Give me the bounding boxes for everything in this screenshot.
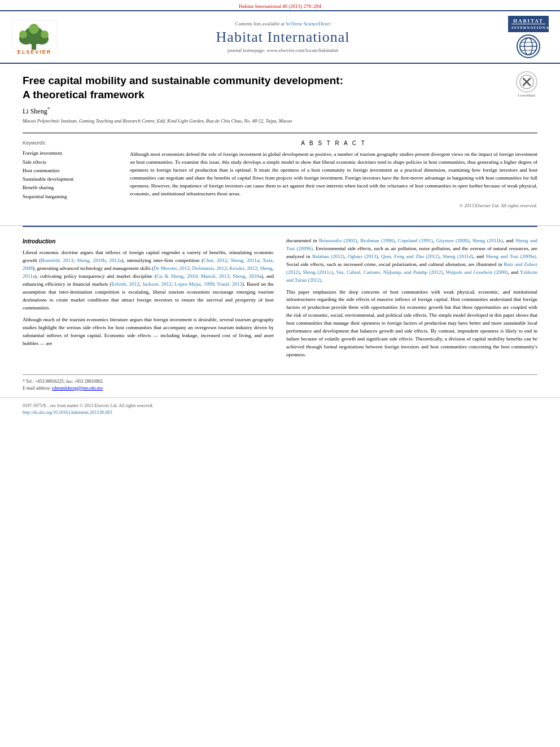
ref-jackson[interactable]: Jackson, 2012 <box>142 281 172 287</box>
sciverse-link[interactable]: SciVerse ScienceDirect <box>286 21 331 27</box>
journal-title: Habitat International <box>60 29 506 46</box>
footnote-tel: * Tel.: +853 88936225; fax: +853 2881080… <box>23 378 537 385</box>
keywords-title: Keywords: <box>23 140 119 146</box>
copyright-line: © 2013 Elsevier Ltd. All rights reserved… <box>130 203 537 208</box>
ref-copeland[interactable]: Copeland (1991) <box>398 238 433 243</box>
sciverse-line: Contents lists available at SciVerse Sci… <box>60 21 506 27</box>
keyword-item: Sequential bargaining <box>23 193 119 201</box>
ref-qian[interactable]: Qian, Feng and Zhu (2012) <box>381 254 439 259</box>
ref-manoli[interactable]: Manoli, 2013 <box>201 273 229 279</box>
journal-reference: Habitat International 40 (2013) 278–284 <box>239 3 321 9</box>
footer-doi: http://dx.doi.org/10.1016/j.habitatint.2… <box>23 409 154 416</box>
footnote-email: E-mail address: edmundsheng@ipm.edu.mo <box>23 385 537 392</box>
ref-vrastl[interactable]: Vrastl, 2013 <box>217 281 242 287</box>
habitat-text: HABITAT <box>511 18 545 24</box>
ref-erforth[interactable]: Erforth, 2012 <box>111 281 139 287</box>
right-para-1: documented in Briassoulis (2002), Brohma… <box>286 237 537 285</box>
abstract-section: Keywords: Foreign investment Side effect… <box>23 133 537 208</box>
body-right-column: documented in Briassoulis (2002), Brohma… <box>286 237 537 363</box>
doi-link[interactable]: http://dx.doi.org/10.1016/j.habitatint.2… <box>23 410 112 415</box>
ref-brohman[interactable]: Brohman (1996) <box>360 238 395 243</box>
footer-issn: 0197-3975/$ – see front matter © 2013 El… <box>23 403 154 409</box>
habitat-logo: HABITAT INTERNATIONAL <box>506 16 551 58</box>
ref-delimatsis[interactable]: Delimatsis, 2012 <box>193 265 227 271</box>
right-para-2: This paper emphasizes the deep concerns … <box>286 289 537 359</box>
elsevier-logo: ELSEVIER <box>9 18 60 57</box>
svg-point-5 <box>19 30 27 38</box>
body-container: Introduction Liberal economic doctrine a… <box>0 227 560 374</box>
footer-info: 0197-3975/$ – see front matter © 2013 El… <box>23 403 154 416</box>
intro-para-1: Liberal economic doctrine argues that in… <box>23 249 274 312</box>
ref-sheng-2012a[interactable]: 2012a <box>109 257 121 263</box>
ref-walpole[interactable]: Walpole and Goodwin (2000) <box>446 269 508 275</box>
ref-ogbazi[interactable]: Ogbazi (2013) <box>348 254 378 259</box>
keywords-list: Foreign investment Side effects Host com… <box>23 149 119 201</box>
article-title: Free capital mobility and sustainable co… <box>23 74 537 102</box>
introduction-heading: Introduction <box>23 237 274 246</box>
ref-sheng-2010b[interactable]: Sheng, 2010b <box>77 257 106 263</box>
keyword-item: Sustainable development <box>23 175 119 184</box>
ref-vaz[interactable]: Vaz, Cabral, Caetano, Nijkamp, and Painh… <box>336 269 443 275</box>
affiliation: Macao Polytechnic Institute, Gaming Teac… <box>23 118 537 125</box>
keywords-column: Keywords: Foreign investment Side effect… <box>23 140 119 208</box>
ref-balaban[interactable]: Balaban (2012) <box>312 254 344 259</box>
svg-point-7 <box>29 24 39 34</box>
ref-sheng2010a[interactable]: Sheng, 2010a <box>233 273 261 279</box>
journal-center-header: Contents lists available at SciVerse Sci… <box>60 21 506 53</box>
ref-sheng2011b[interactable]: Sheng (2011b) <box>473 238 503 243</box>
ref-gu-sheng[interactable]: Gu & Sheng, 2010 <box>156 273 197 279</box>
svg-point-6 <box>41 30 49 38</box>
ref-briassoulis[interactable]: Briassoulis (2002) <box>319 238 357 243</box>
journal-header: ELSEVIER Contents lists available at Sci… <box>0 11 560 64</box>
abstract-title: A B S T R A C T <box>130 140 537 146</box>
abstract-column: A B S T R A C T Although most economists… <box>130 140 537 208</box>
abstract-text: Although most economists defend the role… <box>130 151 537 198</box>
crossmark-label: CrossMark <box>516 93 537 98</box>
ref-sheng-tsui-2009a[interactable]: Sheng and Tsui (2009a) <box>486 254 536 259</box>
ref-goymen[interactable]: Göymen (2000) <box>436 238 469 243</box>
keyword-item: Host communities <box>23 167 119 175</box>
journal-reference-bar: Habitat International 40 (2013) 278–284 <box>0 0 560 11</box>
crossmark-badge[interactable]: CrossMark <box>516 71 537 98</box>
ref-demeester[interactable]: De Meester, 2012 <box>154 265 190 271</box>
footer-bar: 0197-3975/$ – see front matter © 2013 El… <box>0 397 560 420</box>
article-container: CrossMark Free capital mobility and sust… <box>0 64 560 226</box>
keyword-item: Benefit sharing <box>23 184 119 192</box>
homepage-line: journal homepage: www.elsevier.com/locat… <box>60 47 506 53</box>
svg-text:ELSEVIER: ELSEVIER <box>18 49 52 55</box>
ref-sheng-2011a[interactable]: Sheng, 2011a <box>230 257 259 263</box>
ref-lopez[interactable]: Lopez-Mejia, 1999 <box>174 281 214 287</box>
ref-bonefeld[interactable]: Bonefeld, 2013 <box>41 257 73 263</box>
intro-para-2: Although much of the tourism economics l… <box>23 316 274 348</box>
keyword-item: Side effects <box>23 158 119 167</box>
keyword-item: Foreign investment <box>23 149 119 158</box>
ref-sheng2011d[interactable]: Sheng (2011d) <box>443 254 473 259</box>
habitat-logo-icon <box>517 34 540 58</box>
ref-sheng2011c[interactable]: Sheng (2011c) <box>303 269 333 275</box>
international-text: INTERNATIONAL <box>511 25 545 30</box>
ref-kessler[interactable]: Kessler, 2012 <box>229 265 257 271</box>
author-name: Li Sheng* <box>23 106 537 116</box>
ref-chin[interactable]: Chin, 2012 <box>203 257 227 263</box>
email-link[interactable]: edmundsheng@ipm.edu.mo <box>52 386 103 391</box>
body-left-column: Introduction Liberal economic doctrine a… <box>23 237 274 363</box>
footnote-section: * Tel.: +853 88936225; fax: +853 2881080… <box>23 374 537 392</box>
